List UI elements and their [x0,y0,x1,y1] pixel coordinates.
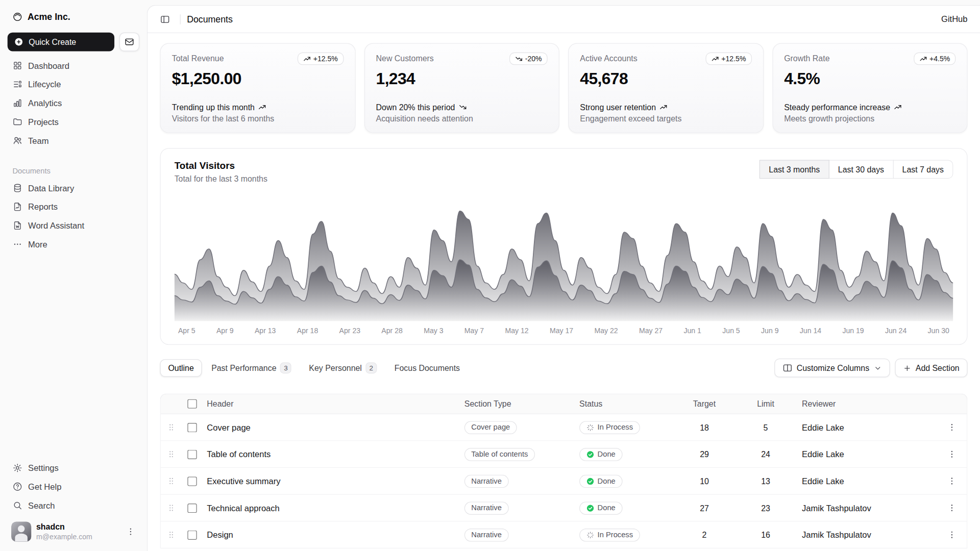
add-section-button[interactable]: Add Section [895,359,967,378]
sidebar-item-get-help[interactable]: Get Help [8,478,139,496]
drag-handle[interactable] [161,422,182,433]
customize-columns-button[interactable]: Customize Columns [774,359,890,378]
row-reviewer[interactable]: Eddie Lake [797,449,937,459]
select-column-header [182,399,202,408]
sidebar-item-projects[interactable]: Projects [8,112,139,131]
mail-button[interactable] [119,33,139,52]
range-last-30-days[interactable]: Last 30 days [828,160,893,179]
row-limit[interactable]: 23 [734,503,797,512]
sidebar-item-dashboard[interactable]: Dashboard [8,56,139,75]
quick-create-button[interactable]: Quick Create [8,33,114,52]
row-status-cell: In Process [574,421,674,434]
drag-handle[interactable] [161,530,182,540]
row-select-cell [182,449,202,459]
row-checkbox[interactable] [187,422,197,432]
trending-down-icon [515,55,523,62]
row-header[interactable]: Cover page [202,422,459,432]
grip-vertical-icon [166,530,177,540]
row-section-type-cell: Narrative [459,502,574,515]
chevron-down-icon [874,364,882,372]
settings-icon [12,463,22,473]
row-checkbox[interactable] [187,530,197,539]
database-icon [12,183,22,193]
status-label: Done [598,504,616,512]
columns-icon [782,363,793,373]
stat-card-growth-rate: Growth Rate +4.5% 4.5% Steady performanc… [772,43,968,133]
page-title: Documents [187,14,233,24]
row-actions-button[interactable] [937,449,967,459]
stat-footer: Strong user retention Engagement exceed … [580,103,751,123]
sidebar-item-lifecycle[interactable]: Lifecycle [8,75,139,94]
x-tick-label: Apr 9 [216,327,234,334]
sidebar-toggle-button[interactable] [156,10,174,28]
row-target[interactable]: 29 [674,449,734,459]
column-target: Target [674,399,734,408]
panel-left-icon [160,14,170,24]
section-type-badge: Table of contents [464,447,535,461]
row-select-cell [182,422,202,432]
row-target[interactable]: 2 [674,530,734,539]
row-limit[interactable]: 5 [734,422,797,432]
stat-footer-title-row: Strong user retention [580,103,751,112]
select-all-checkbox[interactable] [187,399,197,408]
row-reviewer[interactable]: Jamik Tashpulatov [797,503,937,512]
github-link[interactable]: GitHub [941,14,967,23]
drag-handle[interactable] [161,449,182,459]
tab-focus-documents[interactable]: Focus Documents [386,359,468,377]
tab-outline[interactable]: Outline [160,359,202,377]
tab-key-personnel[interactable]: Key Personnel 2 [301,359,385,377]
row-header[interactable]: Design [202,530,459,539]
range-last-3-months[interactable]: Last 3 months [760,160,829,179]
stat-footer-title: Trending up this month [172,103,255,112]
sidebar-item-settings[interactable]: Settings [8,459,139,478]
sidebar-main-nav: Dashboard Lifecycle Analytics Projects [8,56,139,150]
row-limit[interactable]: 13 [734,477,797,486]
row-limit[interactable]: 24 [734,449,797,459]
row-header[interactable]: Technical approach [202,503,459,512]
sidebar-item-team[interactable]: Team [8,131,139,150]
user-options-button[interactable] [126,527,136,537]
range-last-7-days[interactable]: Last 7 days [893,160,953,179]
sidebar-item-search[interactable]: Search [8,496,139,515]
row-reviewer[interactable]: Jamik Tashpulatov [797,530,937,539]
sidebar-item-word-assistant[interactable]: Word Assistant [8,216,139,235]
range-label: Last 3 months [769,165,820,174]
trend-badge: +4.5% [914,53,956,65]
row-target[interactable]: 18 [674,422,734,432]
row-header[interactable]: Executive summary [202,477,459,486]
tab-past-performance[interactable]: Past Performance 3 [203,359,300,377]
stat-label: New Customers [376,54,434,63]
trend-badge: +12.5% [705,53,751,65]
sidebar-spacer [8,254,139,454]
dashboard-icon [12,61,22,71]
x-tick-label: May 27 [639,327,663,334]
sidebar-item-analytics[interactable]: Analytics [8,94,139,113]
row-reviewer[interactable]: Eddie Lake [797,477,937,486]
section-type-badge: Narrative [464,528,509,541]
sidebar-item-reports[interactable]: Reports [8,197,139,216]
row-actions-button[interactable] [937,530,967,540]
drag-handle[interactable] [161,476,182,486]
range-toggle-group: Last 3 months Last 30 days Last 7 days [760,160,953,179]
row-header[interactable]: Table of contents [202,449,459,459]
row-checkbox[interactable] [187,503,197,512]
stat-label: Growth Rate [784,54,829,63]
row-actions-button[interactable] [937,422,967,433]
stat-footer-title: Down 20% this period [376,103,455,112]
row-reviewer[interactable]: Eddie Lake [797,422,937,432]
sidebar-item-data-library[interactable]: Data Library [8,179,139,197]
drag-handle[interactable] [161,503,182,513]
row-target[interactable]: 10 [674,477,734,486]
row-checkbox[interactable] [187,477,197,486]
x-tick-label: Jun 30 [928,327,949,334]
help-icon [12,482,22,492]
brand[interactable]: Acme Inc. [8,8,139,27]
row-actions-button[interactable] [937,503,967,513]
sidebar-item-more[interactable]: More [8,235,139,254]
row-checkbox[interactable] [187,449,197,459]
user-menu-row[interactable]: shadcn m@example.com [8,518,139,544]
row-limit[interactable]: 16 [734,530,797,539]
row-target[interactable]: 27 [674,503,734,512]
tab-label: Key Personnel [309,363,362,372]
row-actions-button[interactable] [937,476,967,486]
